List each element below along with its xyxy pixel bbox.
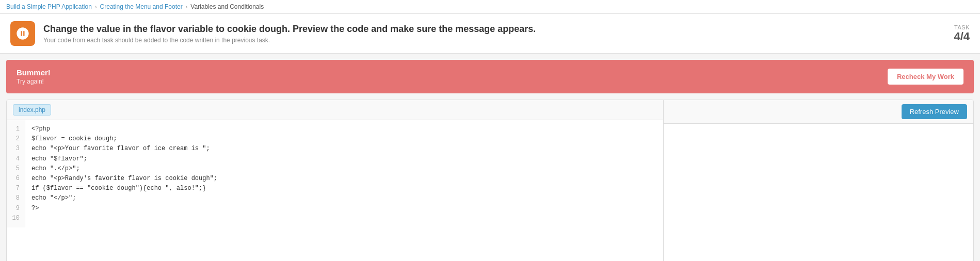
line-num: 4 bbox=[11, 154, 20, 164]
status-subtitle: Try again! bbox=[17, 78, 51, 85]
editor-area: index.php 1 2 3 4 5 6 7 8 9 10 <?php$fla… bbox=[6, 100, 974, 261]
code-pane: index.php 1 2 3 4 5 6 7 8 9 10 <?php$fla… bbox=[7, 100, 664, 261]
preview-content bbox=[664, 124, 973, 261]
task-header-left: Change the value in the flavor variable … bbox=[10, 21, 943, 46]
preview-pane: Refresh Preview bbox=[664, 100, 973, 261]
task-subtitle: Your code from each task should be added… bbox=[43, 37, 536, 44]
code-icon bbox=[15, 26, 30, 41]
line-num: 1 bbox=[11, 124, 20, 134]
task-text: Change the value in the flavor variable … bbox=[43, 23, 536, 44]
code-editor[interactable]: 1 2 3 4 5 6 7 8 9 10 <?php$flavor = cook… bbox=[7, 120, 663, 261]
line-num: 7 bbox=[11, 184, 20, 193]
line-num: 5 bbox=[11, 164, 20, 174]
line-num: 6 bbox=[11, 174, 20, 184]
code-lines: 1 2 3 4 5 6 7 8 9 10 <?php$flavor = cook… bbox=[7, 120, 663, 227]
task-counter: Task 4/4 bbox=[954, 24, 970, 43]
code-content[interactable]: <?php$flavor = cookie dough;echo "<p>You… bbox=[25, 120, 663, 227]
status-banner: Bummer! Try again! Recheck My Work bbox=[6, 60, 974, 93]
line-numbers: 1 2 3 4 5 6 7 8 9 10 bbox=[7, 120, 25, 227]
preview-pane-header: Refresh Preview bbox=[664, 100, 973, 124]
breadcrumb-link-2[interactable]: Creating the Menu and Footer bbox=[100, 3, 183, 10]
breadcrumb-sep-2: › bbox=[186, 4, 188, 10]
file-tab[interactable]: index.php bbox=[13, 104, 51, 116]
line-num: 2 bbox=[11, 134, 20, 144]
line-num: 10 bbox=[11, 214, 20, 223]
line-num: 9 bbox=[11, 204, 20, 214]
task-header: Change the value in the flavor variable … bbox=[0, 14, 980, 54]
task-numbers: 4/4 bbox=[954, 30, 970, 43]
breadcrumb-current: Variables and Conditionals bbox=[190, 3, 264, 10]
status-text: Bummer! Try again! bbox=[17, 68, 51, 85]
task-title: Change the value in the flavor variable … bbox=[43, 23, 536, 35]
breadcrumb: Build a Simple PHP Application › Creatin… bbox=[0, 0, 980, 14]
breadcrumb-sep-1: › bbox=[95, 4, 97, 10]
code-pane-header: index.php bbox=[7, 100, 663, 120]
line-num: 3 bbox=[11, 144, 20, 154]
task-icon bbox=[10, 21, 35, 46]
recheck-button[interactable]: Recheck My Work bbox=[888, 69, 963, 85]
breadcrumb-link-1[interactable]: Build a Simple PHP Application bbox=[6, 3, 92, 10]
line-num: 8 bbox=[11, 193, 20, 203]
status-title: Bummer! bbox=[17, 68, 51, 77]
refresh-preview-button[interactable]: Refresh Preview bbox=[902, 104, 967, 119]
